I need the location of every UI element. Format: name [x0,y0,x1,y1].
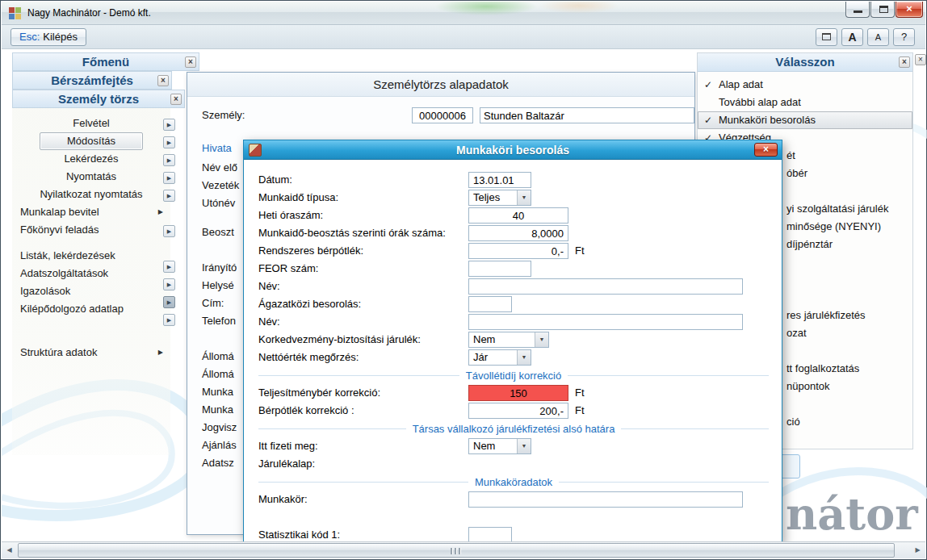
dialog-row: Név: [258,278,775,295]
menu-item-listak-lekerdezesek[interactable]: Listák, lekérdezések [12,247,170,265]
menu-item-modositas[interactable]: Módosítás [40,132,143,150]
dialog-title-bar[interactable]: Munkaköri besorolás × [244,140,782,160]
list-item-alap-adat[interactable]: ✓ Alap adat [698,76,912,94]
menu-item-igazolasok[interactable]: Igazolások [12,282,170,300]
section-title: Társas vállalkozó járulékfizetési alsó h… [413,423,615,435]
scroll-left-button[interactable]: ◀ [2,542,17,558]
esc-exit-button[interactable]: Esc:Kilépés [10,28,86,46]
sector-name-input[interactable] [468,314,743,330]
help-button[interactable]: ? [893,28,915,46]
pays-here-select[interactable]: Nem ▼ [468,438,531,454]
dialog-row: Teljesítménybér korrekció: Ft [258,385,775,401]
section-title: Munkaköradatok [475,476,552,488]
close-panel-icon[interactable]: × [170,94,182,105]
currency-suffix: Ft [575,385,585,401]
person-code-input[interactable] [412,107,473,123]
menu-item-lekerdezes[interactable]: Lekérdezés [12,150,170,168]
main-menu-panel: Főmenü × Bérszámfejtés × Személy törzs ×… [12,52,199,453]
expand-arrow-button[interactable]: ▶ [163,190,175,202]
date-input[interactable] [468,172,531,188]
sector-code-input[interactable] [468,296,512,312]
field-label: Munkaidő-beosztás szerinti órák száma: [258,225,446,241]
close-dock-icon[interactable]: × [915,54,926,65]
expand-arrow-button[interactable]: ▶ [163,314,175,326]
section-divider: Társas vállalkozó járulékfizetési alsó h… [258,422,769,435]
minimize-button[interactable] [845,2,870,18]
list-item-label: díjpénztár [786,236,833,253]
expand-arrow-button[interactable]: ▶ [163,261,175,273]
panel-title: Főmenü [82,55,129,69]
list-item-label: ció [786,413,800,431]
maximize-button[interactable] [870,2,895,18]
feor-name-input[interactable] [468,278,743,295]
scrollbar-thumb[interactable] [18,543,895,558]
chevron-down-icon[interactable]: ▼ [535,332,548,347]
worktime-type-select[interactable]: Teljes ▼ [468,190,531,206]
application-window: Nagy Machinátor - Demó kft. × Esc:Kilépé… [0,0,927,560]
expand-arrow-button[interactable]: ▶ [163,172,175,184]
net-value-select[interactable]: Jár ▼ [468,349,531,366]
close-button[interactable]: × [896,2,923,18]
divider-line [258,482,468,483]
title-bar[interactable]: Nagy Machinátor - Demó kft. × [2,2,925,25]
section-title: Távollétidíj korrekció [466,370,562,382]
font-smaller-button[interactable]: A [867,28,889,46]
horizontal-scrollbar[interactable]: ◀ ▶ [2,541,925,558]
combo-value: Nem [473,332,495,347]
close-panel-icon[interactable]: × [899,56,910,68]
menu-item-label: Munkalap bevitel [20,206,99,218]
performance-pay-correction-input[interactable] [468,385,568,401]
schedule-hours-input[interactable] [468,225,568,241]
menu-item-munkalap-bevitel[interactable]: Munkalap bevitel ▶ [12,203,170,221]
allowance-correction-input[interactable] [468,403,568,419]
feor-code-input[interactable] [468,261,531,277]
close-panel-icon[interactable]: × [157,75,169,86]
menu-item-nyilatkozat-nyomtatas[interactable]: Nyilatkozat nyomtatás [12,186,170,203]
person-row-label: Állomá [202,366,234,382]
menu-item-struktura-adatok[interactable]: Struktúra adatok ▶ [12,344,170,361]
panel-header-szemelytorzs: Személy törzs × [12,90,185,108]
person-name-input[interactable] [480,107,694,123]
job-title-input[interactable] [468,491,743,508]
scrollbar-grip [451,548,460,554]
weekly-hours-input[interactable] [468,207,568,224]
menu-item-felvetel[interactable]: Felvétel [12,115,170,132]
official-data-section-link[interactable]: Hivata [202,142,232,154]
list-item-tovabbi-alap-adat[interactable]: További alap adat [698,94,912,111]
regular-allowance-input[interactable] [468,243,568,259]
list-item-label: ozat [786,324,807,342]
chevron-down-icon[interactable]: ▼ [517,190,531,205]
menu-item-adatszolgaltatasok[interactable]: Adatszolgáltatások [12,265,170,282]
expand-arrow-button[interactable]: ▶ [163,154,175,166]
chevron-down-icon[interactable]: ▼ [517,439,531,453]
menu-item-nyomtatas[interactable]: Nyomtatás [12,168,170,186]
font-larger-button[interactable]: A [841,28,863,46]
menu-item-kilepodolgozo-adatlap[interactable]: Kilépődolgozó adatlap [12,300,170,318]
scroll-right-button[interactable]: ▶ [910,542,925,558]
menu-item-label: Struktúra adatok [20,346,97,358]
window-mode-button[interactable] [816,28,837,46]
expand-arrow-button-pressed[interactable]: ▶ [163,296,175,308]
person-row-label: Beoszt [202,224,234,240]
person-row-label: Telefon [202,313,236,329]
expand-arrow-button[interactable]: ▶ [163,278,175,290]
dialog-row: FEOR szám: [258,261,775,277]
job-classification-dialog: Munkaköri besorolás × Dátum: Munkaidő tí… [243,140,782,544]
expand-arrow-button[interactable]: ▶ [163,225,175,237]
panel-title: Személy törzs [58,92,139,106]
field-label: Nettóérték megőrzés: [258,349,359,366]
dialog-title: Munkaköri besorolás [456,144,569,157]
combo-value: Nem [473,439,495,453]
statistical-code-input[interactable] [468,527,512,543]
menu-item-fokonyvi-feladas[interactable]: Főkönyvi feladás [12,221,170,239]
expand-arrow-button[interactable]: ▶ [163,136,175,148]
close-panel-icon[interactable]: × [185,56,196,68]
expand-arrow-button[interactable]: ▶ [163,119,175,131]
panel-title: Válasszon [775,55,834,69]
dialog-close-button[interactable]: × [754,143,778,157]
list-item-munkakori-besorolas[interactable]: ✓ Munkaköri besorolás [698,111,912,129]
chevron-down-icon[interactable]: ▼ [517,350,531,365]
close-icon: × [906,2,912,15]
divider-line [559,482,769,483]
age-benefit-select[interactable]: Nem ▼ [468,332,549,348]
